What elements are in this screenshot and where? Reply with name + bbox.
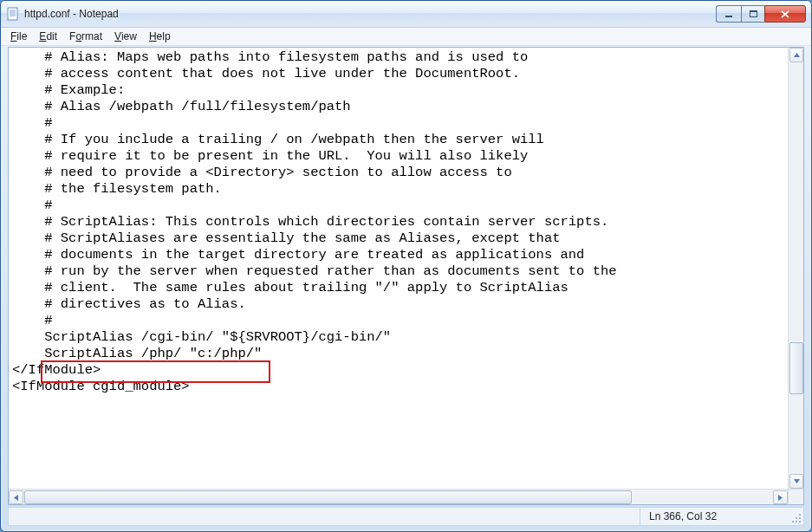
vertical-scrollbar[interactable] xyxy=(788,48,803,489)
notepad-icon xyxy=(6,7,20,21)
editor-line: # need to provide a <Directory> section … xyxy=(12,165,784,181)
menu-help[interactable]: Help xyxy=(143,29,177,43)
editor-line: # directives as to Alias. xyxy=(12,296,784,313)
client-area: # Alias: Maps web paths into filesystem … xyxy=(8,47,804,505)
menu-format-rest: rmat xyxy=(81,30,102,42)
window-title: httpd.conf - Notepad xyxy=(24,8,716,20)
close-button[interactable] xyxy=(764,5,806,23)
menu-help-rest: elp xyxy=(157,30,171,42)
svg-point-13 xyxy=(792,521,794,522)
menubar: File Edit Format View Help xyxy=(1,28,811,46)
editor-line: # xyxy=(12,198,784,214)
editor-line: # client. The same rules about trailing … xyxy=(12,280,784,296)
menu-view[interactable]: View xyxy=(108,29,143,43)
resize-grip[interactable] xyxy=(788,508,803,525)
vertical-scroll-thumb[interactable] xyxy=(789,342,803,394)
editor-line: # If you include a trailing / on /webpat… xyxy=(12,132,784,148)
editor-line: # Alias /webpath /full/filesystem/path xyxy=(12,99,784,115)
maximize-button[interactable] xyxy=(741,5,764,23)
editor-line: # Example: xyxy=(12,82,784,99)
editor-line: </IfModule> xyxy=(12,362,784,379)
editor-area: # Alias: Maps web paths into filesystem … xyxy=(9,48,803,504)
editor-line: # documents in the target directory are … xyxy=(12,247,784,263)
editor-line: ScriptAlias /php/ "c:/php/" xyxy=(12,346,784,362)
editor-line: # ScriptAliases are essentially the same… xyxy=(12,230,784,247)
scroll-up-button[interactable] xyxy=(789,48,803,62)
horizontal-scroll-thumb[interactable] xyxy=(24,490,632,504)
horizontal-scrollbar[interactable] xyxy=(9,489,788,504)
statusbar: Ln 366, Col 32 xyxy=(8,507,804,526)
editor-line: # the filesystem path. xyxy=(12,181,784,198)
svg-point-10 xyxy=(796,521,797,522)
svg-rect-7 xyxy=(750,10,757,12)
scroll-right-button[interactable] xyxy=(773,490,788,504)
menu-view-rest: iew xyxy=(121,30,137,42)
text-editor[interactable]: # Alias: Maps web paths into filesystem … xyxy=(9,48,788,489)
svg-point-11 xyxy=(799,514,801,516)
menu-edit-rest: dit xyxy=(46,30,57,42)
menu-edit[interactable]: Edit xyxy=(33,29,63,43)
editor-line: # run by the server when requested rathe… xyxy=(12,263,784,280)
editor-line: # access content that does not live unde… xyxy=(12,66,784,82)
notepad-window: httpd.conf - Notepad File Edit Format Vi… xyxy=(0,0,812,532)
editor-line: # xyxy=(12,313,784,329)
titlebar[interactable]: httpd.conf - Notepad xyxy=(1,1,811,28)
svg-rect-5 xyxy=(725,16,732,17)
editor-line: # require it to be present in the URL. Y… xyxy=(12,148,784,165)
svg-point-12 xyxy=(796,517,797,519)
editor-line: # xyxy=(12,115,784,132)
editor-line: <IfModule cgid_module> xyxy=(12,379,784,395)
svg-point-8 xyxy=(799,521,801,522)
status-position: Ln 366, Col 32 xyxy=(640,508,788,525)
editor-line: ScriptAlias /cgi-bin/ "${SRVROOT}/cgi-bi… xyxy=(12,329,784,346)
scroll-left-button[interactable] xyxy=(9,490,23,504)
menu-file[interactable]: File xyxy=(4,29,33,43)
editor-line: # ScriptAlias: This controls which direc… xyxy=(12,214,784,230)
menu-file-rest: ile xyxy=(16,30,27,42)
scroll-down-button[interactable] xyxy=(789,474,803,489)
window-controls xyxy=(716,5,806,23)
menu-format[interactable]: Format xyxy=(63,29,108,43)
minimize-button[interactable] xyxy=(716,5,741,23)
svg-point-9 xyxy=(799,517,801,519)
editor-line: # Alias: Maps web paths into filesystem … xyxy=(12,49,784,66)
scroll-corner xyxy=(788,489,803,504)
